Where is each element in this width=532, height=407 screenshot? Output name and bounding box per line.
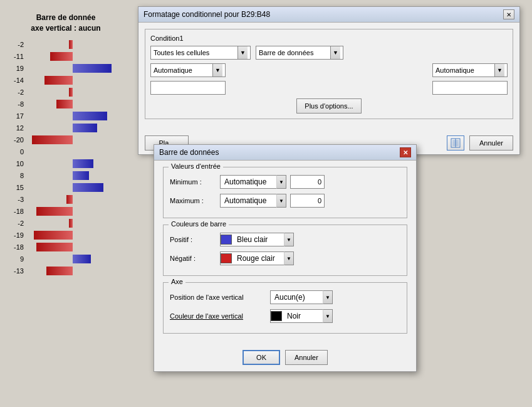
bar-label: -2 xyxy=(6,41,24,48)
bar-container xyxy=(26,195,119,204)
bar-chart: -2-1119-14-2-81712-20010815-3-18-2-19-18… xyxy=(6,39,119,277)
minimum-row: Minimum : Automatique ▼ xyxy=(170,175,400,189)
bar-row: -18 xyxy=(6,206,119,217)
positif-row: Positif : Bleu clair ▼ xyxy=(170,233,400,246)
maximum-label: Maximum : xyxy=(170,197,220,204)
bar-container xyxy=(26,207,119,216)
condition-row-3 xyxy=(150,81,508,95)
ok-button[interactable]: OK xyxy=(243,350,280,365)
condition-input-1[interactable] xyxy=(150,81,226,95)
bar-container xyxy=(26,64,119,73)
maximum-row: Maximum : Automatique ▼ xyxy=(170,194,400,208)
condition-dropdown-4[interactable]: Automatique ▼ xyxy=(432,63,508,77)
bar-container xyxy=(26,124,119,132)
axe-couleur-select[interactable]: Noir xyxy=(270,309,323,323)
positif-color-arrow[interactable]: ▼ xyxy=(284,233,294,246)
axe-title: Axe xyxy=(169,278,185,285)
dropdown2-arrow: ▼ xyxy=(330,46,340,59)
bar-container xyxy=(26,159,119,168)
bar-label: -19 xyxy=(6,231,24,239)
bar-row: 12 xyxy=(6,122,119,134)
condition-row-2: Automatique ▼ Automatique ▼ xyxy=(150,63,508,77)
bar-label: 0 xyxy=(6,148,24,156)
bar-row: 10 xyxy=(6,158,119,169)
condition-dropdown-3[interactable]: Automatique ▼ xyxy=(150,63,226,77)
bar-row: -18 xyxy=(6,241,119,253)
bar-row: -20 xyxy=(6,134,119,145)
condition-input-2[interactable] xyxy=(432,81,508,95)
bar-label: 15 xyxy=(6,184,24,191)
bar-row: -2 xyxy=(6,218,119,229)
bar-container xyxy=(26,147,119,156)
positif-color-select[interactable]: Bleu clair xyxy=(220,233,284,246)
condition-dropdown-1[interactable]: Toutes les cellules ▼ xyxy=(150,46,251,60)
axe-position-container: Aucun(e) ▼ xyxy=(270,290,333,304)
minimum-value[interactable] xyxy=(290,175,325,189)
bar-container xyxy=(26,219,119,228)
maximum-dropdown[interactable]: Automatique xyxy=(220,194,276,208)
negatif-label: Négatif : xyxy=(170,255,220,262)
main-dialog-body: Condition1 Toutes les cellules ▼ Barre d… xyxy=(138,23,519,132)
negatif-color-arrow[interactable]: ▼ xyxy=(284,251,294,265)
minimum-arrow[interactable]: ▼ xyxy=(276,175,286,189)
bar-container xyxy=(26,40,119,49)
bar-row: -3 xyxy=(6,194,119,205)
main-dialog-close[interactable]: ✕ xyxy=(503,9,514,19)
icon-svg xyxy=(451,138,461,148)
positif-label: Positif : xyxy=(170,236,220,243)
dropdown4-arrow: ▼ xyxy=(494,64,504,77)
main-dialog-titlebar: Formatage conditionnel pour B29:B48 ✕ xyxy=(138,7,519,23)
axe-couleur-container: Noir ▼ xyxy=(270,309,333,323)
bar-container xyxy=(26,243,119,251)
axe-color-swatch xyxy=(271,311,282,321)
bar-row: -13 xyxy=(6,265,119,277)
negatif-color-select[interactable]: Rouge clair xyxy=(220,251,284,265)
axe-couleur-arrow[interactable]: ▼ xyxy=(323,309,333,323)
bar-label: -20 xyxy=(6,136,24,144)
bar-label: 10 xyxy=(6,160,24,167)
bar-row: -19 xyxy=(6,230,119,241)
bar-container xyxy=(26,267,119,275)
sub-dialog-titlebar: Barre de données ✕ xyxy=(154,145,416,161)
negatif-color-container: Rouge clair ▼ xyxy=(220,251,294,265)
condition-label: Condition1 xyxy=(150,34,508,42)
minimum-select-container: Automatique ▼ xyxy=(220,175,286,189)
axe-position-row: Position de l'axe vertical Aucun(e) ▼ xyxy=(170,290,400,304)
left-panel-title: Barre de donnéeaxe vertical : aucun xyxy=(6,13,125,34)
bar-row: 0 xyxy=(6,146,119,157)
bar-row: -8 xyxy=(6,98,119,110)
bar-container xyxy=(26,52,119,61)
dropdown3-arrow: ▼ xyxy=(212,64,222,77)
cancel-button-main[interactable]: Annuler xyxy=(469,135,513,151)
sub-dialog-title: Barre de données xyxy=(159,148,219,157)
bar-container xyxy=(26,76,119,85)
bar-label: 17 xyxy=(6,112,24,120)
bar-container xyxy=(26,231,119,240)
condition-dropdown-2[interactable]: Barre de données ▼ xyxy=(256,46,343,60)
left-panel: Barre de donnéeaxe vertical : aucun -2-1… xyxy=(6,13,125,277)
bar-label: -2 xyxy=(6,219,24,227)
main-dialog-title: Formatage conditionnel pour B29:B48 xyxy=(143,10,270,19)
options-button[interactable]: Plus d'options... xyxy=(296,98,361,114)
condition-group: Condition1 Toutes les cellules ▼ Barre d… xyxy=(145,29,513,119)
sub-dialog-footer: OK Annuler xyxy=(154,346,416,371)
maximum-arrow[interactable]: ▼ xyxy=(276,194,286,208)
sub-dialog-close[interactable]: ✕ xyxy=(400,147,411,157)
bar-label: -2 xyxy=(6,88,24,96)
axe-position-label: Position de l'axe vertical xyxy=(170,293,270,301)
sub-dialog: Barre de données ✕ Valeurs d'entrée Mini… xyxy=(154,144,417,372)
bar-row: -2 xyxy=(6,87,119,98)
couleurs-title: Couleurs de barre xyxy=(169,220,229,228)
axe-position-arrow[interactable]: ▼ xyxy=(323,290,333,304)
bar-label: -13 xyxy=(6,267,24,275)
cancel-button-sub[interactable]: Annuler xyxy=(285,350,328,365)
minimum-label: Minimum : xyxy=(170,178,220,186)
axe-position-select[interactable]: Aucun(e) xyxy=(270,290,323,304)
negatif-row: Négatif : Rouge clair ▼ xyxy=(170,251,400,265)
bar-row: -2 xyxy=(6,39,119,50)
bar-container xyxy=(26,183,119,192)
icon-button[interactable] xyxy=(447,135,464,151)
axe-section: Axe Position de l'axe vertical Aucun(e) … xyxy=(163,282,407,334)
minimum-dropdown[interactable]: Automatique xyxy=(220,175,276,189)
maximum-value[interactable] xyxy=(290,194,325,208)
